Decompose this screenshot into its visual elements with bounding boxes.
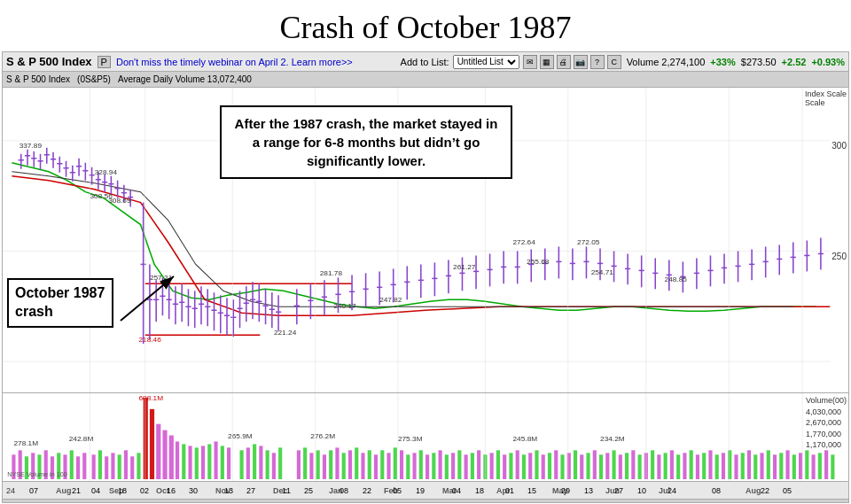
price: $273.50 [741, 57, 777, 67]
second-bar: S & P 500 Index (0S&P5) Average Daily Vo… [3, 72, 848, 88]
svg-rect-273 [560, 454, 564, 479]
svg-rect-212 [150, 409, 154, 479]
svg-rect-306 [773, 454, 777, 479]
svg-rect-314 [824, 450, 828, 479]
svg-rect-296 [708, 450, 712, 479]
svg-text:308.56: 308.56 [90, 192, 113, 200]
svg-text:248.85: 248.85 [665, 276, 688, 284]
svg-text:608.1M: 608.1M [138, 394, 163, 402]
svg-rect-281 [613, 450, 616, 479]
svg-text:272.05: 272.05 [577, 239, 600, 247]
svg-rect-236 [323, 454, 326, 479]
svg-rect-239 [342, 453, 346, 479]
webinar-notice[interactable]: Don't miss the timely webinar on April 2… [116, 57, 395, 67]
svg-rect-263 [496, 450, 500, 479]
svg-text:247.82: 247.82 [379, 296, 402, 304]
svg-text:278.1M: 278.1M [13, 440, 38, 448]
symbol-icon[interactable]: P [98, 56, 111, 68]
volume-area: Volume(00) 4,030,000 2,670,000 1,770,000… [3, 393, 848, 482]
top-bar: S & P 500 Index P Don't miss the timely … [3, 52, 848, 72]
camera-icon[interactable]: 📷 [574, 55, 588, 69]
svg-rect-283 [625, 453, 628, 479]
svg-text:255.68: 255.68 [527, 259, 550, 267]
svg-rect-259 [471, 453, 474, 479]
footer-right: © 2020 MarketSmith, Incorporated. 06.30.… [674, 502, 845, 503]
svg-rect-210 [137, 453, 140, 479]
svg-rect-251 [419, 450, 423, 479]
add-to-list-section: Add to List: Untitled List ✉ ▦ 🖨 📷 ? C [401, 55, 621, 69]
svg-rect-305 [767, 450, 770, 479]
svg-rect-207 [118, 454, 121, 479]
svg-rect-254 [439, 450, 442, 479]
scale-label: Index Scale Scale [805, 89, 847, 107]
svg-rect-258 [465, 454, 468, 479]
vol-scale: Volume(00) 4,030,000 2,670,000 1,770,000… [806, 395, 847, 451]
volume-pct: +33% [710, 57, 735, 67]
ticker: (0S&P5) [77, 74, 111, 84]
svg-rect-199 [63, 454, 66, 479]
svg-rect-191 [12, 454, 15, 479]
footer: Quotes delayed 20 minutes. Ownership dat… [3, 500, 848, 503]
svg-rect-192 [19, 450, 22, 479]
svg-rect-277 [586, 453, 589, 479]
svg-rect-264 [503, 454, 506, 479]
symbol-label: S & P 500 Index [6, 55, 92, 68]
svg-rect-242 [361, 453, 364, 479]
svg-rect-262 [490, 453, 494, 479]
svg-rect-253 [432, 453, 435, 479]
email-icon[interactable]: ✉ [523, 55, 537, 69]
svg-rect-249 [406, 454, 410, 479]
svg-rect-276 [580, 454, 583, 479]
price-pct: +0.93% [811, 57, 845, 67]
svg-rect-269 [535, 450, 538, 479]
svg-rect-298 [722, 453, 725, 479]
svg-rect-261 [483, 454, 487, 479]
help-icon[interactable]: ? [590, 55, 605, 69]
svg-rect-274 [567, 453, 571, 479]
svg-rect-208 [124, 450, 128, 479]
toolbar-icons: ✉ ▦ 🖨 📷 ? C [523, 55, 621, 69]
x-axis: 24 07 Aug 21 04 Sep 18 02 Oct 16 30 Nov … [3, 482, 848, 500]
svg-rect-284 [631, 450, 635, 479]
svg-rect-200 [70, 450, 74, 479]
svg-rect-256 [451, 453, 455, 479]
volume-info: Volume 2,274,100 [627, 57, 706, 67]
svg-rect-222 [215, 441, 218, 479]
svg-rect-195 [37, 454, 41, 479]
symbol-full: S & P 500 Index [6, 74, 70, 84]
price-label-250: 250 [831, 252, 847, 261]
settings-icon[interactable]: C [607, 55, 621, 69]
svg-rect-288 [657, 454, 660, 479]
svg-rect-280 [605, 453, 609, 479]
svg-rect-292 [683, 453, 686, 479]
grid-icon[interactable]: ▦ [540, 55, 554, 69]
svg-rect-227 [253, 444, 256, 479]
add-to-list-label: Add to List: [401, 57, 449, 67]
svg-rect-282 [619, 454, 622, 479]
svg-rect-194 [31, 453, 35, 479]
svg-rect-260 [477, 450, 480, 479]
svg-rect-272 [554, 450, 558, 479]
xaxis-dates: 24 [6, 486, 15, 495]
svg-rect-255 [445, 454, 449, 479]
list-select[interactable]: Untitled List [453, 55, 519, 69]
svg-rect-217 [182, 444, 185, 479]
svg-rect-303 [753, 454, 757, 479]
svg-rect-193 [25, 456, 28, 479]
svg-rect-309 [792, 454, 796, 479]
svg-rect-302 [747, 450, 751, 479]
svg-rect-214 [162, 430, 167, 479]
svg-text:265.9M: 265.9M [228, 433, 253, 441]
svg-rect-247 [394, 447, 397, 479]
svg-rect-299 [728, 450, 731, 479]
svg-rect-211 [144, 398, 148, 479]
svg-rect-226 [246, 447, 250, 479]
svg-text:281.78: 281.78 [320, 270, 343, 278]
svg-rect-237 [329, 450, 332, 479]
annotation-box: After the 1987 crash, the market stayed … [220, 105, 512, 179]
crash-label: October 1987 crash [7, 278, 113, 328]
print-icon[interactable]: 🖨 [557, 55, 571, 69]
svg-rect-300 [734, 454, 738, 479]
svg-rect-257 [457, 450, 461, 479]
svg-rect-308 [785, 450, 789, 479]
